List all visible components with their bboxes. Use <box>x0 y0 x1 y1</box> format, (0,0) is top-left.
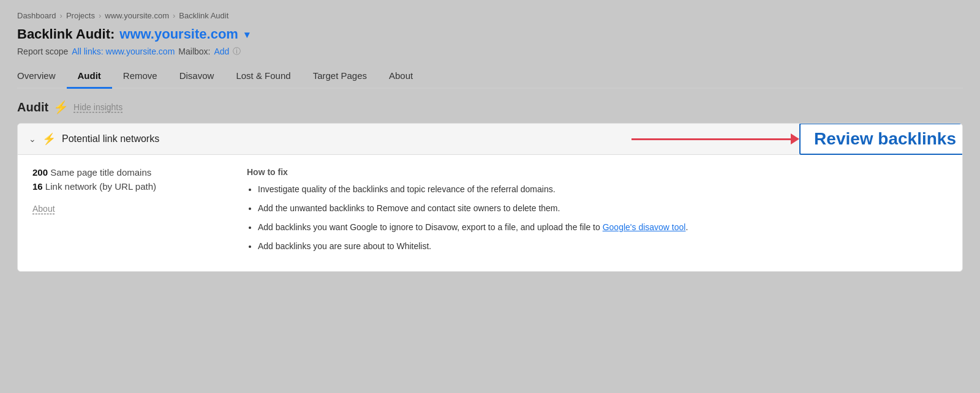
review-backlinks-label: Review backlinks <box>814 129 956 148</box>
hide-insights-button[interactable]: Hide insights <box>74 102 123 112</box>
stat-item-2: 16 Link network (by URL path) <box>32 181 228 192</box>
tab-remove[interactable]: Remove <box>112 66 168 89</box>
how-to-fix-column: How to fix Investigate quality of the ba… <box>247 167 948 259</box>
stat-label-2: Link network (by URL path) <box>45 181 156 192</box>
breadcrumb: Dashboard › Projects › www.yoursite.com … <box>17 11 963 20</box>
page-title: Backlink Audit: www.yoursite.com ▾ <box>17 26 963 42</box>
title-prefix: Backlink Audit: <box>17 26 115 42</box>
insight-header: ⌄ ⚡ Potential link networks Review backl… <box>18 124 962 155</box>
tabs-bar: Overview Audit Remove Disavow Lost & Fou… <box>17 66 963 89</box>
main-content: Audit ⚡ Hide insights ⌄ ⚡ Potential link… <box>17 89 963 272</box>
how-to-fix-title: How to fix <box>247 167 948 177</box>
all-links-link[interactable]: All links: www.yoursite.com <box>72 47 175 56</box>
fix-item-4: Add backlinks you are sure about to Whit… <box>258 240 948 253</box>
tab-about[interactable]: About <box>378 66 424 89</box>
fix-item-2: Add the unwanted backlinks to Remove and… <box>258 202 948 215</box>
tab-target-pages[interactable]: Target Pages <box>302 66 378 89</box>
section-title: Audit ⚡ Hide insights <box>17 100 963 114</box>
site-link[interactable]: www.yoursite.com <box>119 26 238 42</box>
stat-label-1: Same page title domains <box>50 167 151 178</box>
how-to-fix-list: Investigate quality of the backlinks and… <box>247 183 948 253</box>
breadcrumb-projects[interactable]: Projects <box>66 11 95 20</box>
info-icon[interactable]: ⓘ <box>233 46 241 57</box>
tab-lost-found[interactable]: Lost & Found <box>225 66 301 89</box>
breadcrumb-current: Backlink Audit <box>179 11 228 20</box>
tab-disavow[interactable]: Disavow <box>168 66 225 89</box>
fix-item-3: Add backlinks you want Google to ignore … <box>258 221 948 234</box>
tab-audit[interactable]: Audit <box>67 66 112 89</box>
lightning-icon: ⚡ <box>53 100 69 114</box>
report-scope: Report scope All links: www.yoursite.com… <box>17 46 963 57</box>
arrowhead-icon <box>791 133 799 144</box>
review-backlinks-box: Review backlinks <box>799 123 963 155</box>
audit-title: Audit <box>17 100 48 114</box>
tab-overview[interactable]: Overview <box>17 66 67 89</box>
stats-column: 200 Same page title domains 16 Link netw… <box>32 167 228 259</box>
breadcrumb-sep-3: › <box>173 11 175 20</box>
insight-card: ⌄ ⚡ Potential link networks Review backl… <box>17 123 963 272</box>
insight-lightning-icon: ⚡ <box>42 132 56 146</box>
stat-value-1: 200 <box>32 167 48 178</box>
insight-title: Potential link networks <box>62 133 159 144</box>
breadcrumb-dashboard[interactable]: Dashboard <box>17 11 56 20</box>
fix-item-1: Investigate quality of the backlinks and… <box>258 183 948 196</box>
chevron-down-icon[interactable]: ▾ <box>244 29 249 40</box>
collapse-icon[interactable]: ⌄ <box>29 134 36 144</box>
report-scope-label: Report scope <box>17 47 68 56</box>
disavow-tool-link[interactable]: Google's disavow tool <box>603 222 686 232</box>
stat-value-2: 16 <box>32 181 43 192</box>
mailbox-label: Mailbox: <box>178 47 210 56</box>
about-link[interactable]: About <box>32 204 55 214</box>
breadcrumb-site[interactable]: www.yoursite.com <box>105 11 169 20</box>
add-mailbox-link[interactable]: Add <box>214 47 229 56</box>
insight-body: 200 Same page title domains 16 Link netw… <box>18 155 962 271</box>
breadcrumb-sep-2: › <box>99 11 101 20</box>
breadcrumb-sep-1: › <box>60 11 62 20</box>
stat-item-1: 200 Same page title domains <box>32 167 228 178</box>
annotation-arrow: Review backlinks <box>631 123 963 155</box>
arrow-line <box>631 138 791 140</box>
